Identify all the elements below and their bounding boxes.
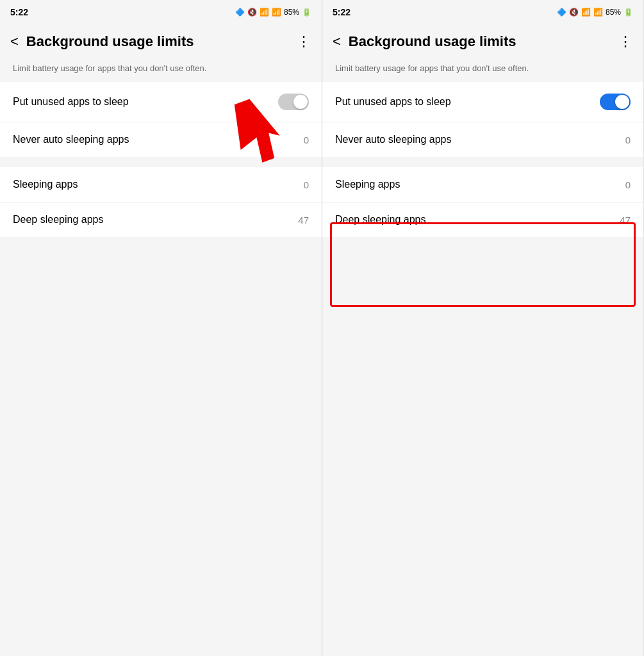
more-button-left[interactable]: ⋮ xyxy=(297,33,311,50)
right-phone-panel: 5:22 🔷 🔇 📶 📶 85% 🔋 < Background usage li… xyxy=(322,0,643,656)
volume-icon: 🔇 xyxy=(247,8,257,17)
wifi-icon: 📶 xyxy=(260,8,269,17)
deep-sleeping-apps-item-left[interactable]: Deep sleeping apps 47 xyxy=(0,202,322,237)
volume-icon-right: 🔇 xyxy=(569,8,579,17)
never-auto-sleeping-label-right: Never auto sleeping apps xyxy=(335,134,451,145)
subtitle-left: Limit battery usage for apps that you do… xyxy=(0,60,322,82)
signal-icon: 📶 xyxy=(272,8,281,17)
settings-group2-right: Sleeping apps 0 Deep sleeping apps 47 xyxy=(322,167,643,237)
settings-group2-left: Sleeping apps 0 Deep sleeping apps 47 xyxy=(0,167,322,237)
group-spacer-right xyxy=(322,157,643,167)
never-auto-sleeping-value-right: 0 xyxy=(625,135,631,145)
never-auto-sleeping-label-left: Never auto sleeping apps xyxy=(13,134,129,145)
status-time-left: 5:22 xyxy=(10,7,28,17)
signal-icon-right: 📶 xyxy=(593,8,603,17)
top-bar-left: < Background usage limits ⋮ xyxy=(0,23,322,60)
page-title-right: Background usage limits xyxy=(349,33,611,50)
never-auto-sleeping-item-left[interactable]: Never auto sleeping apps 0 xyxy=(0,122,322,157)
put-unused-apps-label-right: Put unused apps to sleep xyxy=(335,96,451,108)
bluetooth-icon: 🔷 xyxy=(235,8,245,17)
deep-sleeping-apps-item-right[interactable]: Deep sleeping apps 47 xyxy=(322,202,643,237)
top-bar-right: < Background usage limits ⋮ xyxy=(322,23,643,60)
wifi-icon-right: 📶 xyxy=(581,8,591,17)
back-button-left[interactable]: < xyxy=(10,33,19,50)
group-spacer-left xyxy=(0,157,322,167)
sleeping-apps-value-right: 0 xyxy=(625,179,631,190)
battery-icon-left: 🔋 xyxy=(302,8,311,17)
status-bar-left: 5:22 🔷 🔇 📶 📶 85% 🔋 xyxy=(0,0,322,23)
deep-sleeping-apps-value-right: 47 xyxy=(620,215,631,226)
bluetooth-icon-right: 🔷 xyxy=(557,8,566,17)
page-title-left: Background usage limits xyxy=(26,33,289,50)
left-phone-panel: 5:22 🔷 🔇 📶 📶 85% 🔋 < Background usage li… xyxy=(0,0,322,656)
put-unused-apps-item-right[interactable]: Put unused apps to sleep xyxy=(322,82,643,122)
put-unused-apps-toggle-left[interactable] xyxy=(278,94,309,110)
sleeping-apps-value-left: 0 xyxy=(304,179,309,190)
sleeping-apps-label-left: Sleeping apps xyxy=(13,179,78,190)
put-unused-apps-label-left: Put unused apps to sleep xyxy=(13,96,129,108)
battery-text-left: 85% xyxy=(284,8,299,17)
deep-sleeping-apps-label-right: Deep sleeping apps xyxy=(335,214,425,226)
status-time-right: 5:22 xyxy=(333,7,351,17)
status-icons-left: 🔷 🔇 📶 📶 85% 🔋 xyxy=(235,8,311,17)
status-icons-right: 🔷 🔇 📶 📶 85% 🔋 xyxy=(557,8,633,17)
sleeping-apps-item-right[interactable]: Sleeping apps 0 xyxy=(322,167,643,202)
back-button-right[interactable]: < xyxy=(333,33,341,50)
battery-text-right: 85% xyxy=(606,8,621,17)
sleeping-apps-item-left[interactable]: Sleeping apps 0 xyxy=(0,167,322,202)
settings-group1-right: Put unused apps to sleep Never auto slee… xyxy=(322,82,643,157)
settings-group1-left: Put unused apps to sleep Never auto slee… xyxy=(0,82,322,157)
subtitle-right: Limit battery usage for apps that you do… xyxy=(322,60,643,82)
deep-sleeping-apps-label-left: Deep sleeping apps xyxy=(13,214,103,226)
never-auto-sleeping-item-right[interactable]: Never auto sleeping apps 0 xyxy=(322,122,643,157)
deep-sleeping-apps-value-left: 47 xyxy=(298,215,309,226)
more-button-right[interactable]: ⋮ xyxy=(618,33,633,50)
battery-icon-right: 🔋 xyxy=(623,8,633,17)
put-unused-apps-toggle-right[interactable] xyxy=(600,94,631,110)
status-bar-right: 5:22 🔷 🔇 📶 📶 85% 🔋 xyxy=(322,0,643,23)
sleeping-apps-label-right: Sleeping apps xyxy=(335,179,400,190)
put-unused-apps-item-left[interactable]: Put unused apps to sleep xyxy=(0,82,322,122)
never-auto-sleeping-value-left: 0 xyxy=(304,135,309,145)
